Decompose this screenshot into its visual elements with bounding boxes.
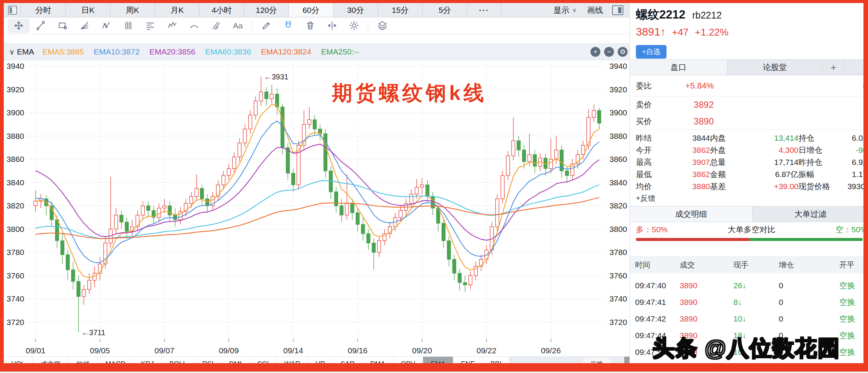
svg-text:09/16: 09/16 [348, 346, 368, 355]
tape-col-时间: 时间 [635, 260, 680, 270]
rectangle-tool-button[interactable] [51, 19, 73, 33]
parallel-channel-tool-button[interactable] [205, 19, 227, 33]
magnet-tool-button[interactable] [277, 19, 299, 33]
quote-header: 螺纹2212 rb2212 3891↑ +47 +1.22% +自选 [630, 3, 868, 59]
quote-stats-grid: 昨结3844内盘13,414持仓6.02今开3862外盘4,300日增仓-90最… [630, 130, 868, 193]
tab-pankou[interactable]: 盘口 [630, 60, 727, 75]
quote-row-买价: 买价38907 [630, 113, 868, 130]
quote-stats-row: 昨结3844内盘13,414持仓6.02 [630, 132, 868, 144]
kline-chart[interactable]: 3940394039203920390039003880388038603860… [4, 61, 629, 356]
arc-tool-button[interactable] [183, 19, 205, 33]
tape-price: 3890 [680, 298, 733, 307]
display-menu-button[interactable]: 显示 ∨ [548, 3, 582, 17]
timeframe-toolbar: 分时日K周K月K4小时120分60分30分15分5分 ··· 显示 ∨ 画线 [4, 3, 629, 17]
stat-label: 日增仓 [798, 145, 841, 155]
stat-value: 3862 [662, 146, 710, 155]
layers-icon [377, 20, 388, 31]
stat-label: 持仓 [798, 133, 841, 143]
tape-row[interactable]: 09:47:42389010↓0空换 [630, 311, 868, 327]
tape-col-现手: 现手 [733, 260, 779, 270]
quote-top-rows: 委比+5.84%8卖价38922买价38907 [630, 75, 868, 130]
timeframe-tab-5分[interactable]: 5分 [423, 3, 467, 17]
move-tool-button[interactable] [8, 19, 29, 33]
tape-row[interactable]: 09:47:40389026↓0空换 [630, 277, 868, 294]
timeframe-tab-60分[interactable]: 60分 [289, 3, 333, 17]
screenshot-border-top [0, 0, 868, 3]
timeframe-tab-周K[interactable]: 周K [110, 3, 155, 17]
settings-tool-button[interactable] [343, 19, 365, 33]
short-bar [749, 238, 863, 241]
timeframe-tab-4小时[interactable]: 4小时 [200, 3, 244, 17]
trash-tool-button[interactable] [299, 19, 321, 33]
feedback-link[interactable]: +反馈 [630, 193, 868, 204]
legend-indicator-name: EMA [17, 47, 34, 56]
zoom-out-button[interactable]: − [604, 47, 614, 57]
gann-tool-button[interactable] [139, 19, 161, 33]
drawing-toolbar: Aa [4, 17, 629, 34]
timeframe-tab-30分[interactable]: 30分 [333, 3, 378, 17]
timeframe-tab-分时[interactable]: 分时 [21, 3, 66, 17]
more-timeframes-button[interactable]: ··· [467, 3, 501, 17]
tape-col-增仓: 增仓 [779, 260, 839, 270]
svg-text:3740: 3740 [6, 294, 24, 303]
screenshot-border-left [0, 0, 4, 373]
legend-value-EMA120: EMA120:3824 [261, 47, 311, 56]
layers-tool-button[interactable] [371, 19, 393, 33]
indicator-legend: ∨ EMA EMA5:3885EMA10:3872EMA20:3856EMA60… [4, 43, 629, 61]
tape-row[interactable]: 09:47:4138908↓0空换 [630, 294, 868, 311]
tab-tape[interactable]: 成交明细 [630, 207, 753, 222]
tape-col-成交: 成交 [680, 260, 733, 270]
add-watchlist-button[interactable]: +自选 [636, 45, 666, 59]
wave-tool-button[interactable] [161, 19, 183, 33]
drawline-button[interactable]: 画线 [582, 3, 608, 17]
legend-value-EMA250: EMA250:-- [321, 47, 359, 56]
pencil-tool-button[interactable] [255, 19, 277, 33]
quote-label: 委比 [636, 81, 668, 91]
zoom-in-button[interactable]: + [591, 47, 600, 57]
svg-text:09/20: 09/20 [412, 346, 432, 355]
svg-text:3860: 3860 [609, 155, 627, 163]
quote-row-委比: 委比+5.84%8 [630, 75, 868, 96]
quote-stats-row: 最低3862金额6.87亿振幅1.17 [630, 168, 868, 180]
chart-settings-button[interactable]: ⚙ [618, 47, 628, 57]
add-tab-button[interactable]: + [823, 60, 845, 75]
timeframe-tab-15分[interactable]: 15分 [378, 3, 423, 17]
screenshot-border-right [863, 0, 868, 373]
display-label: 显示 [553, 5, 569, 16]
stat-label: 内盘 [710, 133, 742, 143]
trendline-tool-button[interactable] [29, 19, 51, 33]
panel-toggle-icon [612, 5, 623, 15]
timeframe-tab-120分[interactable]: 120分 [244, 3, 289, 17]
stat-label: 昨结 [636, 133, 662, 143]
polyline-tool-button[interactable] [95, 19, 117, 33]
long-percent: 多：50% [636, 224, 668, 235]
vertical-lines-tool-button[interactable] [117, 19, 139, 33]
window-layout-button[interactable] [4, 3, 21, 17]
quote-label: 买价 [636, 116, 668, 127]
bar-spacing-tool-button[interactable] [321, 19, 343, 33]
fan-lines-tool-button[interactable] [73, 19, 95, 33]
stat-value: 3862 [662, 170, 710, 179]
svg-text:09/26: 09/26 [541, 346, 561, 355]
collapse-icon[interactable]: ∨ [9, 47, 15, 56]
stat-value: 6.87亿 [742, 169, 798, 180]
detail-tabs: 成交明细 大单过滤 [630, 206, 868, 222]
timeframe-tab-月K[interactable]: 月K [155, 3, 200, 17]
tab-forum[interactable]: 论股堂 [727, 60, 823, 75]
tape-row[interactable]: 09:47:3938905↓0多换 [630, 274, 868, 277]
svg-text:3900: 3900 [6, 108, 24, 117]
svg-text:3760: 3760 [6, 271, 24, 280]
bottom-strip [0, 371, 868, 373]
tape-openinterest: 0 [779, 298, 839, 307]
legend-value-EMA60: EMA60:3836 [205, 47, 251, 56]
tab-bigorder-filter[interactable]: 大单过滤 [753, 207, 868, 222]
bar-spacing-icon [327, 20, 337, 31]
svg-text:09/05: 09/05 [90, 346, 110, 355]
tape-price: 3890 [680, 281, 733, 290]
tape-openinterest: 0 [779, 281, 839, 290]
timeframe-tab-日K[interactable]: 日K [66, 3, 110, 17]
text-tool-button[interactable]: Aa [227, 19, 249, 33]
svg-text:3880: 3880 [6, 132, 24, 140]
parallel-channel-icon [211, 20, 221, 31]
panel-toggle-button[interactable] [608, 3, 629, 17]
